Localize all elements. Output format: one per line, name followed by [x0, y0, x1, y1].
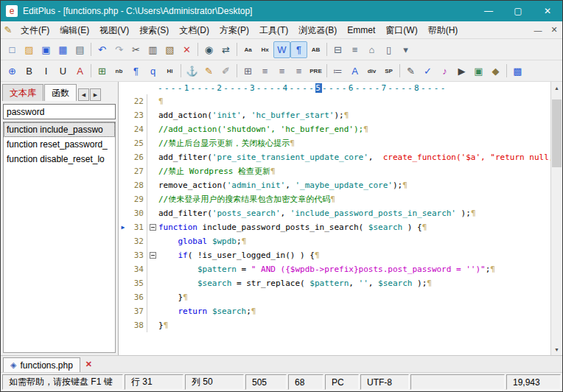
scroll-down-button[interactable]: ▼ — [551, 343, 562, 355]
quote-tag-icon[interactable]: q — [144, 63, 161, 80]
sound-tag-icon[interactable]: ♪ — [436, 63, 453, 80]
sidebar-tab-scroll-right-icon[interactable]: ▶ — [90, 88, 101, 101]
code-line[interactable]: 24//add_action('shutdown', 'hc_buffer_en… — [119, 122, 550, 136]
code-line[interactable]: 30add_filter('posts_search', 'include_pa… — [119, 206, 550, 220]
font-color-tag-icon[interactable]: A — [71, 63, 88, 80]
menu-item-8[interactable]: Emmet — [342, 21, 380, 39]
paste-icon[interactable]: ▧ — [161, 41, 178, 58]
video-tag-icon[interactable]: ▶ — [453, 63, 470, 80]
list-tag-icon[interactable]: ≔ — [329, 63, 346, 80]
paragraph-tag-icon[interactable]: ¶ — [127, 63, 144, 80]
menu-item-7[interactable]: 浏览器(B) — [293, 21, 342, 39]
code-line[interactable]: 34 $pattern = " AND ({$wpdb->prefix}post… — [119, 262, 550, 276]
pencil-edit-icon[interactable]: ✎ — [200, 63, 217, 80]
code-line[interactable]: 32 global $wpdb;¶ — [119, 234, 550, 248]
font-tag-icon[interactable]: A — [346, 63, 363, 80]
bold-tag-icon[interactable]: B — [21, 63, 38, 80]
char-map-icon[interactable]: ▩ — [509, 63, 526, 80]
script-tag-icon[interactable]: ✎ — [402, 63, 419, 80]
heading-tag-icon[interactable]: Hi — [161, 63, 178, 80]
insert-table-icon[interactable]: ⊞ — [239, 63, 256, 80]
image-tag-icon[interactable]: ▣ — [470, 63, 487, 80]
div-tag-icon[interactable]: div — [363, 63, 380, 80]
align-left-icon[interactable]: ≡ — [256, 63, 273, 80]
minimize-button[interactable]: — — [474, 1, 503, 21]
italic-tag-icon[interactable]: I — [38, 63, 55, 80]
sidebar-tab-functions[interactable]: 函数 — [44, 84, 77, 101]
scrollbar-track[interactable] — [551, 94, 562, 343]
find-icon[interactable]: ◉ — [200, 41, 217, 58]
syntax-check-icon[interactable]: ✓ — [419, 63, 436, 80]
copy-icon[interactable]: ▥ — [144, 41, 161, 58]
toolbar-options-icon[interactable]: ▾ — [397, 41, 414, 58]
underline-tag-icon[interactable]: U — [55, 63, 71, 80]
code-line[interactable]: 27//禁止 Wordpress 检查更新¶ — [119, 164, 550, 178]
code-line[interactable]: 35 $search = str_replace( $pattern, '', … — [119, 276, 550, 290]
menu-item-4[interactable]: 文档(D) — [174, 21, 214, 39]
hex-viewer-icon[interactable]: Hx — [256, 41, 273, 58]
code-line[interactable]: 28remove_action('admin_init', '_maybe_up… — [119, 178, 550, 192]
save-all-icon[interactable]: ▦ — [55, 41, 71, 58]
code-line[interactable]: ▶31function include_password_posts_in_se… — [119, 220, 550, 234]
anchor-tag-icon[interactable]: ⚓ — [183, 63, 200, 80]
function-search-input[interactable] — [3, 104, 116, 119]
word-wrap-icon[interactable]: W — [273, 41, 290, 58]
span-tag-icon[interactable]: SP — [380, 63, 397, 80]
scroll-up-button[interactable]: ▲ — [551, 82, 562, 94]
function-list-item[interactable]: function include_passwo — [4, 122, 115, 137]
menu-item-9[interactable]: 窗口(W) — [380, 21, 422, 39]
vertical-scrollbar[interactable]: ▲ ▼ — [550, 82, 562, 355]
code-line[interactable]: 23add_action('init', 'hc_buffer_start');… — [119, 108, 550, 122]
align-right-icon[interactable]: ≡ — [290, 63, 307, 80]
code-line[interactable]: 29//使未登录用户的搜索结果包含加密文章的代码¶ — [119, 192, 550, 206]
sidebar-tab-textlib[interactable]: 文本库 — [2, 84, 43, 101]
replace-icon[interactable]: ⇄ — [217, 41, 234, 58]
maximize-button[interactable]: ▢ — [503, 1, 533, 21]
code-lines[interactable]: 22¶23add_action('init', 'hc_buffer_start… — [119, 94, 550, 355]
open-file-icon[interactable]: ▨ — [21, 41, 38, 58]
window-list-icon[interactable]: ≡ — [346, 41, 363, 58]
split-window-icon[interactable]: ⊟ — [329, 41, 346, 58]
redo-icon[interactable]: ↷ — [111, 41, 127, 58]
object-tag-icon[interactable]: ◆ — [487, 63, 504, 80]
scrollbar-thumb[interactable] — [552, 99, 562, 167]
fold-toggle-icon[interactable] — [147, 220, 158, 234]
code-line[interactable]: 26add_filter('pre_site_transient_update_… — [119, 150, 550, 164]
browser-preview-icon[interactable]: ⊕ — [4, 63, 21, 80]
function-list-item[interactable]: function reset_password_ — [4, 137, 115, 152]
menu-item-2[interactable]: 视图(V) — [94, 21, 134, 39]
save-icon[interactable]: ▣ — [38, 41, 55, 58]
cut-icon[interactable]: ✂ — [127, 41, 144, 58]
code-line[interactable]: 37 return $search;¶ — [119, 304, 550, 318]
menu-item-1[interactable]: 编辑(E) — [55, 21, 94, 39]
menu-item-6[interactable]: 工具(T) — [254, 21, 293, 39]
tab-close-icon[interactable]: ✕ — [85, 360, 92, 369]
code-line[interactable]: 33 if( !is_user_logged_in() ) {¶ — [119, 248, 550, 262]
delete-icon[interactable]: ✕ — [178, 41, 195, 58]
align-center-icon[interactable]: ≡ — [273, 63, 290, 80]
code-line[interactable]: 22¶ — [119, 94, 550, 108]
menu-item-5[interactable]: 方案(P) — [214, 21, 254, 39]
show-line-breaks-icon[interactable]: ¶ — [290, 41, 307, 58]
document-tab-functions-php[interactable]: ◈ functions.php — [3, 357, 80, 372]
menu-item-0[interactable]: 文件(F) — [15, 21, 55, 39]
code-line[interactable]: 25//禁止后台显示更新，关闭核心提示¶ — [119, 136, 550, 150]
new-document-icon[interactable]: □ — [4, 41, 21, 58]
child-minimize-button[interactable]: — — [530, 26, 546, 35]
nbsp-tag-icon[interactable]: nb — [111, 63, 127, 80]
eraser-icon[interactable]: ✐ — [217, 63, 234, 80]
undo-icon[interactable]: ↶ — [94, 41, 111, 58]
menu-item-3[interactable]: 搜索(S) — [134, 21, 174, 39]
sidebar-tab-scroll-left-icon[interactable]: ◀ — [78, 88, 89, 101]
child-close-button[interactable]: ✕ — [546, 25, 562, 35]
print-icon[interactable]: ▤ — [71, 41, 88, 58]
table-tag-icon[interactable]: ⊞ — [94, 63, 111, 80]
function-list-item[interactable]: function disable_reset_lo — [4, 152, 115, 167]
fold-toggle-icon[interactable] — [147, 248, 158, 262]
show-tabs-spaces-icon[interactable]: AB — [307, 41, 324, 58]
case-toggle-icon[interactable]: Aa — [239, 41, 256, 58]
code-line[interactable]: 36 }¶ — [119, 290, 550, 304]
browser-window-icon[interactable]: ⌂ — [363, 41, 380, 58]
menu-item-10[interactable]: 帮助(H) — [423, 21, 464, 39]
panel-toggle-icon[interactable]: ▯ — [380, 41, 397, 58]
